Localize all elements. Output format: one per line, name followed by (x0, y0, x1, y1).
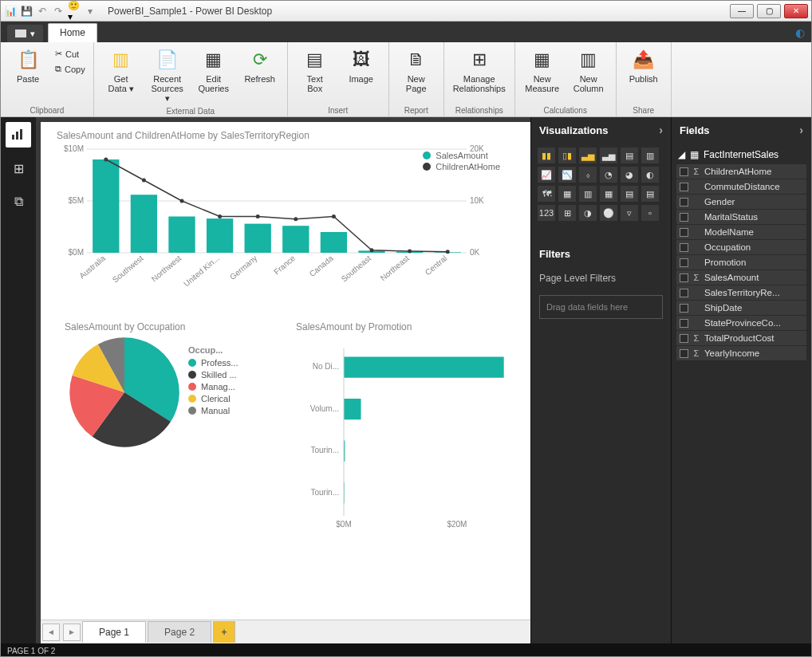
qat-more-icon[interactable]: ▾ (84, 5, 97, 18)
viz-type-7[interactable]: 📉 (558, 167, 576, 183)
new-page-button[interactable]: 🗎New Page (396, 45, 437, 95)
page-prev-button[interactable]: ◄ (42, 624, 60, 641)
field-YearlyIncome[interactable]: ΣYearlyIncome (676, 346, 806, 360)
quick-access-toolbar: 📊 💾 ↶ ↷ 🙂▾ ▾ (4, 5, 97, 18)
field-checkbox[interactable] (680, 273, 688, 282)
minimize-button[interactable]: — (730, 4, 754, 18)
viz-type-10[interactable]: ◕ (621, 167, 638, 183)
save-icon[interactable]: 💾 (20, 5, 33, 18)
svg-text:United Kin...: United Kin... (182, 254, 221, 288)
viz-type-0[interactable]: ▮▮ (538, 148, 555, 163)
report-view-icon[interactable] (6, 122, 31, 148)
viz-type-4[interactable]: ▤ (621, 148, 638, 163)
edit-queries-button[interactable]: ▦Edit Queries (193, 45, 235, 95)
combo-chart-title: SalesAmount and ChildrenAtHome by SalesT… (57, 130, 503, 141)
combo-chart[interactable]: SalesAmount and ChildrenAtHome by SalesT… (57, 130, 503, 289)
textbox-button[interactable]: ▤Text Box (294, 45, 336, 95)
viz-header: Visualizations (539, 124, 608, 136)
report-canvas[interactable]: SalesAmount and ChildrenAtHome by SalesT… (41, 122, 530, 620)
field-checkbox[interactable] (680, 228, 688, 237)
viz-type-23[interactable]: ▫ (641, 205, 659, 221)
cut-button[interactable]: ✂Cut (53, 47, 87, 61)
manage-relationships-button[interactable]: ⊞Manage Relationships (451, 45, 508, 95)
field-CommuteDistance[interactable]: CommuteDistance (676, 179, 806, 194)
field-checkbox[interactable] (680, 213, 688, 222)
fields-table-group[interactable]: ◢▦FactInternetSales (676, 146, 806, 163)
field-checkbox[interactable] (680, 198, 688, 207)
field-checkbox[interactable] (680, 304, 688, 313)
field-ModelName[interactable]: ModelName (676, 225, 806, 239)
get-data-button[interactable]: ▥Get Data ▾ (101, 45, 142, 96)
viz-type-13[interactable]: ▦ (558, 186, 576, 202)
viz-type-21[interactable]: ⚪ (600, 205, 617, 221)
svg-text:Northwest: Northwest (150, 254, 183, 284)
file-tab[interactable]: ▾ (7, 25, 43, 42)
viz-type-3[interactable]: ▃▅ (600, 148, 617, 163)
viz-collapse-icon[interactable]: › (659, 124, 663, 136)
paste-button[interactable]: 📋Paste (7, 45, 49, 85)
field-checkbox[interactable] (680, 258, 688, 267)
emoji-icon[interactable]: 🙂▾ (68, 5, 81, 18)
viz-type-22[interactable]: ▿ (621, 205, 638, 221)
field-Occupation[interactable]: Occupation (676, 240, 806, 254)
page-tab-1[interactable]: Page 1 (82, 621, 146, 643)
viz-type-16[interactable]: ▤ (621, 186, 638, 202)
recent-sources-button[interactable]: 📄Recent Sources ▾ (147, 45, 188, 105)
data-view-icon[interactable]: ⊞ (6, 155, 31, 181)
help-icon[interactable]: ◐ (789, 23, 811, 42)
viz-type-15[interactable]: ▦ (600, 186, 617, 202)
cut-icon: ✂ (55, 49, 62, 59)
field-checkbox[interactable] (680, 349, 688, 358)
field-checkbox[interactable] (680, 167, 688, 176)
field-checkbox[interactable] (680, 243, 688, 252)
field-MaritalStatus[interactable]: MaritalStatus (676, 210, 806, 224)
field-checkbox[interactable] (680, 289, 688, 297)
undo-icon[interactable]: ↶ (36, 5, 49, 18)
viz-type-6[interactable]: 📈 (538, 167, 555, 183)
field-ChildrenAtHome[interactable]: ΣChildrenAtHome (676, 164, 806, 179)
viz-type-19[interactable]: ⊞ (558, 205, 576, 221)
redo-icon[interactable]: ↷ (52, 5, 65, 18)
pie-chart[interactable]: SalesAmount by Occupation (65, 321, 304, 454)
hbar-chart[interactable]: SalesAmount by Promotion No Di...Volum..… (296, 321, 527, 545)
viz-type-11[interactable]: ◐ (641, 167, 659, 183)
viz-type-8[interactable]: ⬨ (579, 167, 597, 183)
new-column-button[interactable]: ▥New Column (568, 45, 609, 95)
svg-rect-12 (93, 159, 119, 253)
field-ShipDate[interactable]: ShipDate (676, 301, 806, 315)
viz-type-1[interactable]: ▯▮ (558, 148, 576, 163)
field-TotalProductCost[interactable]: ΣTotalProductCost (676, 331, 806, 345)
refresh-button[interactable]: ⟳Refresh (239, 45, 281, 85)
publish-button[interactable]: 📤Publish (623, 45, 664, 85)
viz-type-2[interactable]: ▃▅ (579, 148, 597, 163)
viz-type-5[interactable]: ▥ (641, 148, 659, 163)
field-SalesAmount[interactable]: ΣSalesAmount (676, 270, 806, 285)
image-button[interactable]: 🖼Image (341, 45, 382, 85)
field-checkbox[interactable] (680, 334, 688, 343)
page-tab-2[interactable]: Page 2 (148, 621, 211, 643)
field-Promotion[interactable]: Promotion (676, 255, 806, 269)
close-button[interactable]: ✕ (784, 4, 808, 18)
fields-collapse-icon[interactable]: › (799, 124, 803, 136)
hbar-chart-title: SalesAmount by Promotion (296, 321, 527, 332)
field-checkbox[interactable] (680, 319, 688, 328)
viz-type-20[interactable]: ◑ (579, 205, 597, 221)
viz-type-12[interactable]: 🗺 (538, 186, 555, 202)
page-next-button[interactable]: ► (63, 624, 81, 641)
ribbon: 📋Paste ✂Cut ⧉Copy Clipboard ▥Get Data ▾ … (1, 42, 811, 117)
filters-drop-zone[interactable]: Drag data fields here (539, 295, 663, 319)
new-measure-button[interactable]: ▦New Measure (522, 45, 563, 95)
field-SalesTerritoryRe...[interactable]: SalesTerritoryRe... (676, 285, 806, 300)
copy-button[interactable]: ⧉Copy (53, 62, 87, 76)
model-view-icon[interactable]: ⧉ (6, 189, 31, 214)
viz-type-9[interactable]: ◔ (600, 167, 617, 183)
field-checkbox[interactable] (680, 183, 688, 191)
viz-type-18[interactable]: 123 (538, 205, 555, 221)
viz-type-14[interactable]: ▥ (579, 186, 597, 202)
field-Gender[interactable]: Gender (676, 195, 806, 209)
viz-type-17[interactable]: ▤ (641, 186, 659, 202)
field-StateProvinceCo...[interactable]: StateProvinceCo... (676, 316, 806, 330)
add-page-button[interactable]: + (213, 621, 235, 643)
maximize-button[interactable]: ▢ (757, 4, 781, 18)
home-tab[interactable]: Home (48, 23, 97, 42)
